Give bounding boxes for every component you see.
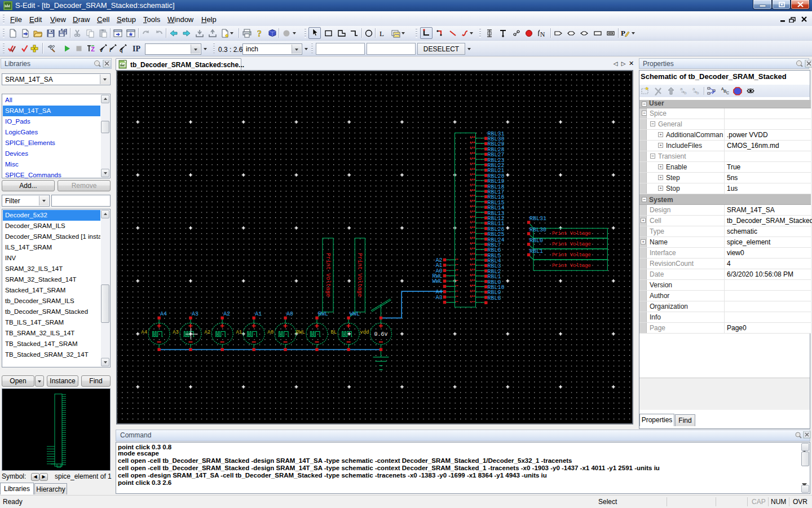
svg-text:Z: Z [91,46,95,52]
svg-text:A3: A3 [192,311,198,317]
svg-text:Print Voltage: Print Voltage [552,263,591,269]
svg-text:A0: A0 [286,311,293,317]
svg-text:a: a [692,86,695,91]
svg-text:A1: A1 [236,330,242,335]
svg-text:RBL1: RBL1 [529,248,543,255]
svg-text:IP: IP [133,45,140,53]
svg-text:A2: A2 [204,330,210,335]
svg-text:?: ? [257,29,262,38]
svg-text:A2: A2 [223,311,230,317]
svg-text:RBL8: RBL8 [488,295,501,301]
svg-text:vdd: vdd [360,330,369,335]
svg-text:N: N [540,30,545,38]
svg-text:b: b [696,90,699,95]
svg-text:A3: A3 [173,330,179,335]
svg-text:A0: A0 [267,330,273,335]
svg-text:Print Voltage: Print Voltage [552,242,591,247]
svg-text:b: b [684,90,687,95]
svg-text:BL: BL [330,330,337,335]
svg-text:Print Voltage: Print Voltage [552,231,591,237]
svg-text:A4: A4 [160,311,167,317]
svg-text:v: v [100,47,103,53]
svg-text:i: i [109,47,111,53]
svg-text:q: q [120,47,123,53]
svg-text:Print Voltage: Print Voltage [356,253,363,297]
svg-text:RWL: RWL [318,311,328,317]
svg-text:Print Voltage: Print Voltage [552,252,591,258]
svg-text:RBL30: RBL30 [529,227,546,233]
svg-text:WWL: WWL [350,311,360,317]
svg-text:a: a [680,86,683,91]
svg-text:C: C [726,91,729,95]
svg-text:RWL: RWL [296,330,305,335]
svg-text:L: L [379,29,384,38]
svg-text:P: P [621,29,625,37]
svg-text:Print Voltage: Print Voltage [325,253,331,297]
svg-text:A3: A3 [435,295,442,301]
svg-text:WWL: WWL [432,278,442,284]
svg-text:0.6v: 0.6v [374,331,387,338]
svg-text:RBL0: RBL0 [529,238,543,244]
svg-text:A4: A4 [141,330,147,335]
svg-text:A1: A1 [255,311,262,317]
svg-text:RBL31: RBL31 [529,216,546,222]
